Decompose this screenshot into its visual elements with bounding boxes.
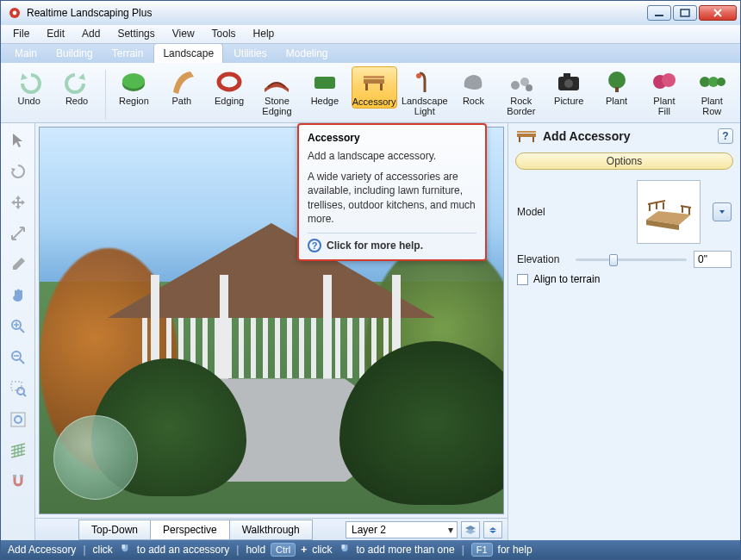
snap-tool[interactable] <box>6 470 30 494</box>
tab-terrain[interactable]: Terrain <box>103 44 153 63</box>
edging-button[interactable]: Edging <box>208 66 250 107</box>
menu-edit[interactable]: Edit <box>38 25 73 43</box>
svg-rect-28 <box>11 382 22 390</box>
svg-rect-7 <box>314 77 335 89</box>
layer-select[interactable]: Layer 2 <box>346 521 458 538</box>
view-tab-perspective[interactable]: Perspective <box>150 520 230 540</box>
tooltip-title: Accessory <box>308 132 476 144</box>
tooltip-line-1: Add a landscape accessory. <box>308 149 476 163</box>
plant-row-button[interactable]: Plant Row <box>691 66 733 116</box>
plant-fill-button[interactable]: Plant Fill <box>643 66 685 116</box>
stone-edging-button[interactable]: Stone Edging <box>256 66 298 116</box>
tab-building[interactable]: Building <box>47 44 102 63</box>
menu-file[interactable]: File <box>4 25 38 43</box>
svg-rect-35 <box>519 137 520 142</box>
svg-rect-8 <box>364 79 384 84</box>
window-title: Realtime Landscaping Plus <box>27 7 647 19</box>
tab-utilities[interactable]: Utilities <box>225 44 276 63</box>
camera-icon <box>555 68 582 96</box>
menu-tools[interactable]: Tools <box>203 25 245 43</box>
ribbon-separator <box>105 70 106 120</box>
ribbon: Undo Redo Region Path Edging Stone Edgin… <box>1 63 740 123</box>
view-tab-walkthrough[interactable]: Walkthrough <box>229 520 313 540</box>
elevation-slider[interactable] <box>576 252 687 266</box>
align-to-terrain-label: Align to terrain <box>533 273 600 285</box>
hedge-button[interactable]: Hedge <box>303 66 346 107</box>
panel-title: Add Accessory <box>543 129 713 143</box>
elevation-value[interactable]: 0" <box>694 251 732 268</box>
redo-button[interactable]: Redo <box>55 66 97 107</box>
menu-help[interactable]: Help <box>245 25 283 43</box>
model-picker-button[interactable] <box>713 202 732 221</box>
tab-modeling[interactable]: Modeling <box>277 44 337 63</box>
tab-landscape[interactable]: Landscape <box>153 43 223 63</box>
undo-button[interactable]: Undo <box>8 66 50 107</box>
zoom-in-tool[interactable] <box>6 314 30 339</box>
edging-icon <box>215 68 243 96</box>
plant-row-icon <box>698 68 725 96</box>
svg-rect-20 <box>615 87 619 92</box>
menu-settings[interactable]: Settings <box>109 25 163 43</box>
layer-options-button[interactable] <box>483 521 502 538</box>
zoom-out-tool[interactable] <box>6 345 30 370</box>
svg-point-6 <box>219 74 240 90</box>
svg-point-17 <box>564 79 573 88</box>
maximize-button[interactable] <box>673 5 697 21</box>
app-icon <box>8 6 22 20</box>
svg-point-25 <box>717 78 725 86</box>
panel-help-button[interactable]: ? <box>718 128 733 144</box>
tooltip-help-link[interactable]: ? Click for more help. <box>308 233 476 252</box>
canvas-area: Accessory Add a landscape accessory. A w… <box>35 123 507 540</box>
accessory-button[interactable]: Accessory <box>352 66 397 109</box>
path-button[interactable]: Path <box>160 66 202 107</box>
svg-rect-30 <box>11 413 25 426</box>
svg-rect-2 <box>655 15 663 16</box>
rock-button[interactable]: Rock <box>452 66 495 107</box>
options-section-header[interactable]: Options <box>515 152 733 170</box>
zoom-fit-tool[interactable] <box>6 408 30 432</box>
grid-tool[interactable] <box>6 439 30 463</box>
svg-point-13 <box>511 81 520 90</box>
svg-point-12 <box>416 73 421 78</box>
menu-view[interactable]: View <box>164 25 203 43</box>
navigation-orb[interactable] <box>53 415 138 500</box>
stone-edging-icon <box>263 68 290 96</box>
tool-rail <box>1 123 35 540</box>
move-tool[interactable] <box>6 190 30 215</box>
mouse-icon <box>338 544 352 556</box>
elevation-label: Elevation <box>517 253 569 265</box>
menubar: File Edit Add Settings View Tools Help <box>1 25 740 44</box>
pan-tool[interactable] <box>6 283 30 308</box>
status-bar: Add Accessory | click to add an accessor… <box>1 540 740 559</box>
path-icon <box>168 68 196 96</box>
eyedropper-tool[interactable] <box>6 252 30 277</box>
model-thumbnail[interactable] <box>637 180 701 244</box>
align-to-terrain-checkbox[interactable] <box>517 274 528 285</box>
rock-border-button[interactable]: Rock Border <box>500 66 542 116</box>
view-tab-topdown[interactable]: Top-Down <box>78 520 151 540</box>
minimize-button[interactable] <box>647 5 671 21</box>
svg-rect-36 <box>532 137 534 142</box>
close-button[interactable] <box>699 5 737 21</box>
svg-point-22 <box>662 73 676 87</box>
app-window: Realtime Landscaping Plus File Edit Add … <box>0 0 741 560</box>
menu-add[interactable]: Add <box>73 25 109 43</box>
svg-rect-18 <box>564 73 570 78</box>
svg-rect-11 <box>364 76 384 78</box>
zoom-region-tool[interactable] <box>6 376 30 401</box>
layer-manager-button[interactable] <box>461 521 480 538</box>
picture-button[interactable]: Picture <box>548 66 590 107</box>
svg-point-19 <box>608 72 626 89</box>
select-tool[interactable] <box>6 128 30 152</box>
rotate-tool[interactable] <box>6 159 30 184</box>
plant-button[interactable]: Plant <box>595 66 638 107</box>
tab-main[interactable]: Main <box>6 44 46 63</box>
scale-tool[interactable] <box>6 221 30 246</box>
svg-rect-32 <box>13 475 16 477</box>
landscape-light-button[interactable]: Landscape Light <box>402 66 447 116</box>
bench-icon <box>515 129 538 143</box>
undo-icon <box>16 68 43 96</box>
plant-fill-icon <box>651 68 678 96</box>
region-button[interactable]: Region <box>113 66 155 107</box>
workspace: Accessory Add a landscape accessory. A w… <box>1 123 740 540</box>
